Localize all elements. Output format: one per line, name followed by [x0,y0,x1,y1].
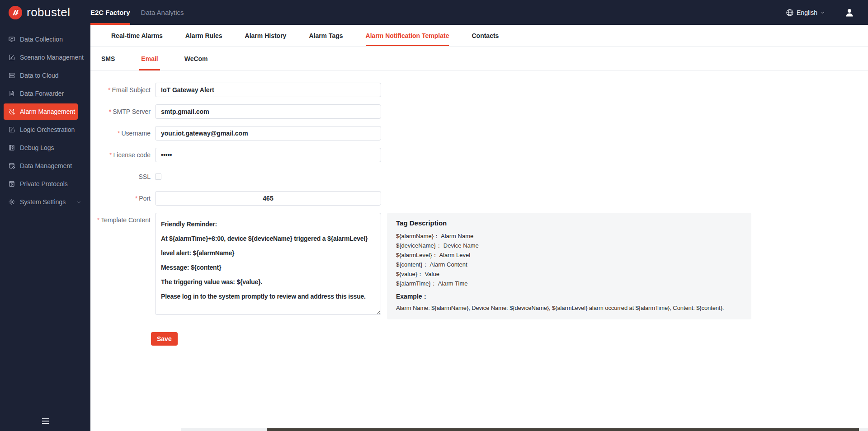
email-subject-row: *Email Subject [90,83,868,97]
tag-line: ${content}： Alarm Content [396,260,742,269]
license-code-row: *License code [90,148,868,162]
edit-square-icon [8,126,15,133]
sidebar-item-private-protocols[interactable]: Private Protocols [0,176,90,192]
gear-icon [8,198,15,206]
tag-line: ${alarmLevel}： Alarm Level [396,250,742,260]
language-selector[interactable]: English [786,9,826,17]
tab-alarm-tags[interactable]: Alarm Tags [309,25,343,46]
brand-name: robustel [27,5,71,19]
port-label: *Port [90,191,155,206]
globe-icon [786,9,794,17]
required-asterisk: * [109,151,112,159]
main-content: Real-time Alarms Alarm Rules Alarm Histo… [90,25,868,431]
username-input[interactable] [155,126,381,141]
document-icon [8,90,15,97]
save-button[interactable]: Save [151,332,178,346]
tag-line: ${deviceName}： Device Name [396,241,742,250]
chevron-down-icon [76,200,81,205]
alarm-clock-icon [8,108,15,115]
tab-alarm-notification-template[interactable]: Alarm Notification Template [366,25,449,46]
sidebar-item-system-settings[interactable]: System Settings [0,194,90,210]
notebook-wrench-icon [8,144,15,151]
tab-alarm-rules[interactable]: Alarm Rules [185,25,222,46]
tab-alarm-history[interactable]: Alarm History [245,25,287,46]
alarm-tabs: Real-time Alarms Alarm Rules Alarm Histo… [90,25,868,47]
tag-description-panel: Tag Description ${alarmName}： Alarm Name… [387,213,751,319]
smtp-server-label: *SMTP Server [90,104,155,119]
tag-line: ${alarmName}： Alarm Name [396,231,742,241]
ssl-label: SSL [90,169,155,184]
sidebar-item-logic-orchestration[interactable]: Logic Orchestration [0,122,90,138]
smtp-server-input[interactable] [155,104,381,119]
license-code-input[interactable] [155,148,381,162]
template-content-row: *Template Content Friendly Reminder: At … [90,213,868,319]
notification-channel-subtabs: SMS Email WeCom [90,47,868,71]
subtab-email[interactable]: Email [141,47,158,70]
topnav-data-analytics[interactable]: Data Analytics [141,0,184,25]
email-subject-input[interactable] [155,83,381,97]
email-template-form: *Email Subject *SMTP Server *Username *L… [90,71,868,346]
tab-contacts[interactable]: Contacts [472,25,499,46]
horizontal-scrollbar[interactable] [181,428,868,431]
topnav-e2c-factory[interactable]: E2C Factory [90,0,130,25]
username-label: *Username [90,126,155,141]
template-content-textarea[interactable]: Friendly Reminder: At ${alarmTime}+8:00,… [155,213,381,315]
username-row: *Username [90,126,868,141]
monitor-icon [8,36,15,43]
email-subject-label: *Email Subject [90,83,155,97]
license-code-label: *License code [90,148,155,162]
required-asterisk: * [108,86,110,94]
tag-line: ${alarmTime}： Alarm Time [396,279,742,288]
tag-line: ${value}： Value [396,269,742,279]
required-asterisk: * [135,195,137,202]
tab-realtime-alarms[interactable]: Real-time Alarms [111,25,163,46]
top-header: robustel E2C Factory Data Analytics Engl… [0,0,868,25]
notebook-wrench-icon [8,180,15,187]
sidebar-item-alarm-management[interactable]: Alarm Management [4,103,78,120]
required-asterisk: * [109,108,111,115]
language-label: English [797,9,817,16]
sidebar-item-scenario-management[interactable]: Scenario Management [0,49,90,66]
example-text: Alarm Name: ${alarmName}, Device Name: $… [396,304,742,312]
sidebar-item-data-management[interactable]: Data Management [0,158,90,174]
horizontal-scrollbar-thumb[interactable] [267,428,859,431]
template-content-label: *Template Content [90,213,155,227]
example-title: Example： [396,293,742,301]
chevron-down-icon [820,10,826,15]
ssl-row: SSL [90,169,868,184]
smtp-server-row: *SMTP Server [90,104,868,119]
brand-logo: robustel [0,5,90,20]
required-asterisk: * [97,216,99,224]
server-icon [8,72,15,79]
required-asterisk: * [118,130,120,137]
edit-square-icon [8,54,15,61]
sidebar: Data Collection Scenario Management Data… [0,25,90,431]
sidebar-item-data-forwarder[interactable]: Data Forwarder [0,85,90,102]
database-gear-icon [8,162,15,169]
robustel-logo-icon [8,5,23,20]
save-row: Save [151,332,868,346]
sidebar-item-data-to-cloud[interactable]: Data to Cloud [0,67,90,84]
top-nav: E2C Factory Data Analytics [90,0,195,25]
sidebar-item-data-collection[interactable]: Data Collection [0,31,90,47]
sidebar-item-debug-logs[interactable]: Debug Logs [0,140,90,156]
tag-description-title: Tag Description [396,219,742,227]
sidebar-collapse-button[interactable] [0,418,90,424]
port-input[interactable] [155,191,381,206]
subtab-wecom[interactable]: WeCom [184,47,208,70]
ssl-checkbox[interactable] [155,173,161,180]
port-row: *Port [90,191,868,206]
user-avatar-icon[interactable] [844,8,854,18]
subtab-sms[interactable]: SMS [101,47,115,70]
